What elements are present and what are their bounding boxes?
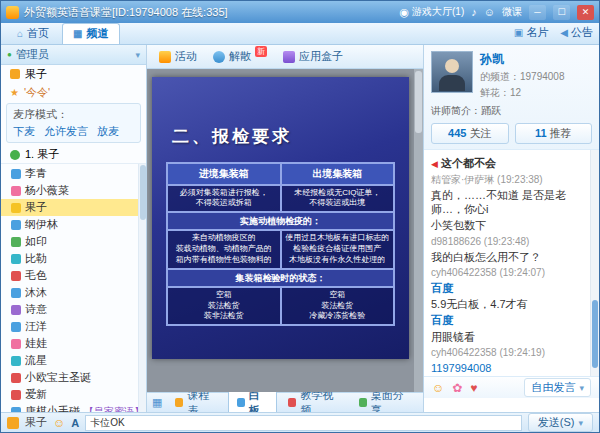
user-avatar-icon bbox=[11, 356, 21, 366]
table-section-cell: 实施动植物检疫的： bbox=[167, 212, 394, 230]
presenter-avatar[interactable] bbox=[431, 51, 473, 93]
chat-message: 用眼镜看 bbox=[431, 330, 586, 344]
user-list-item[interactable]: 毛色 bbox=[1, 267, 138, 284]
activity-button[interactable]: 活动 bbox=[159, 49, 197, 64]
profile-icon[interactable]: ☺ bbox=[484, 7, 495, 18]
chat-username[interactable]: 百度 bbox=[431, 313, 586, 327]
speaker-icon: ◀ bbox=[560, 27, 568, 38]
tab-home[interactable]: ⌂ 首页 bbox=[7, 24, 59, 44]
user-list-item[interactable]: 汪洋 bbox=[1, 318, 138, 335]
minimize-button[interactable]: ─ bbox=[529, 5, 546, 20]
appbox-icon bbox=[283, 51, 295, 63]
main-tabs: ⌂ 首页 ▦ 频道 ▣ 名片 ◀ 公告 bbox=[1, 23, 599, 45]
slide-table: 进境集装箱 出境集装箱 必须对集装箱进行报检， 不得装运或拆箱 未经报检或无CI… bbox=[166, 162, 395, 326]
mic-mode-actions: 下麦 允许发言 放麦 bbox=[13, 124, 134, 139]
user-list-item[interactable]: 纲伊林 bbox=[1, 216, 138, 233]
name-card-button[interactable]: ▣ 名片 bbox=[514, 25, 548, 40]
notice-button[interactable]: ◀ 公告 bbox=[560, 25, 593, 40]
music-icon[interactable]: ♪ bbox=[471, 7, 477, 18]
home-icon: ⌂ bbox=[17, 28, 23, 39]
close-button[interactable]: ✕ bbox=[577, 5, 594, 20]
emoticon-icon[interactable]: ☺ bbox=[432, 382, 444, 394]
admin-section-header[interactable]: ● 管理员 ▾ bbox=[1, 45, 146, 65]
user-list-item[interactable]: 诗意 bbox=[1, 301, 138, 318]
follow-button[interactable]: 445 关注 bbox=[431, 123, 509, 144]
user-list-item[interactable]: 康棋小手碰【皇家蜜语】 bbox=[1, 403, 138, 412]
mini-course-button[interactable]: 微课 bbox=[502, 5, 522, 19]
user-avatar-icon bbox=[11, 288, 21, 298]
emoticon-icon[interactable]: ☺ bbox=[53, 417, 65, 429]
mic-down-button[interactable]: 下麦 bbox=[13, 124, 35, 139]
chat-message: 小笑包数下 bbox=[431, 218, 586, 232]
user-avatar-icon bbox=[11, 373, 21, 383]
send-button[interactable]: 发送(S) ▾ bbox=[528, 413, 593, 432]
user-list-item[interactable]: 如印 bbox=[1, 233, 138, 250]
owner-name: 果子 bbox=[25, 67, 47, 82]
user-list-item[interactable]: 流星 bbox=[1, 352, 138, 369]
table-cell: 空箱 装法检货 冷藏冷冻货检验 bbox=[281, 287, 395, 325]
subchannel-row[interactable]: ★ '今令' bbox=[1, 83, 146, 101]
scrollbar-thumb[interactable] bbox=[140, 165, 146, 220]
admin-header-label: 管理员 bbox=[16, 47, 49, 62]
recommend-button[interactable]: 11 推荐 bbox=[515, 123, 593, 144]
user-list-item[interactable]: 小欧宝主圣诞 bbox=[1, 369, 138, 386]
chat-link[interactable]: 1197994008 bbox=[431, 361, 586, 375]
sidebar-scrollbar[interactable] bbox=[138, 164, 146, 412]
chat-message: 我的白板怎么用不了？ bbox=[431, 250, 586, 264]
user-list-item[interactable]: 爱新 bbox=[1, 386, 138, 403]
font-icon[interactable]: A bbox=[71, 417, 79, 429]
app-logo-icon bbox=[6, 6, 19, 19]
user-avatar-icon bbox=[11, 220, 21, 230]
chat-username[interactable]: 百度 bbox=[431, 281, 586, 295]
subchannel-label: '今令' bbox=[24, 85, 50, 100]
user-list-item[interactable]: 杨小薇菜 bbox=[1, 182, 138, 199]
dismiss-icon bbox=[213, 51, 225, 63]
chat-meta: cyh406422358 (19:24:19) bbox=[431, 346, 586, 359]
window-title: 外贸额英语音课堂[ID:19794008 在线:335] bbox=[24, 5, 228, 20]
table-cell: 未经报检或无CIQ证单， 不得装运或出境 bbox=[281, 185, 395, 213]
user-list-item[interactable]: 李青 bbox=[1, 165, 138, 182]
release-mic-button[interactable]: 放麦 bbox=[97, 124, 119, 139]
appbox-button[interactable]: 应用盒子 bbox=[283, 49, 343, 64]
channel-owner-row[interactable]: 果子 bbox=[1, 65, 146, 83]
chat-scrollbar[interactable] bbox=[590, 150, 599, 376]
user-list-item[interactable]: 比勒 bbox=[1, 250, 138, 267]
tab-channel[interactable]: ▦ 频道 bbox=[62, 23, 119, 44]
user-list-item[interactable]: 娃娃 bbox=[1, 335, 138, 352]
heart-icon[interactable]: ♥ bbox=[470, 382, 477, 394]
name-card-label: 名片 bbox=[526, 25, 548, 40]
speak-mode-button[interactable]: 自由发言 ▾ bbox=[524, 378, 591, 397]
game-hall-button[interactable]: ◉ 游戏大厅(1) bbox=[399, 5, 464, 19]
user-avatar-icon bbox=[11, 339, 21, 349]
chat-meta: d98188626 (19:23:48) bbox=[431, 235, 586, 248]
scrollbar-thumb[interactable] bbox=[415, 71, 422, 133]
user-avatar-icon bbox=[11, 407, 21, 413]
maximize-button[interactable]: ☐ bbox=[553, 5, 570, 20]
flower-icon[interactable]: ✿ bbox=[452, 382, 462, 394]
whiteboard-area[interactable]: 二、报检要求 进境集装箱 出境集装箱 必须对集装箱进行报检， 不得装运或拆箱 未… bbox=[147, 69, 423, 392]
whiteboard-scrollbar[interactable] bbox=[414, 69, 423, 392]
admin-status-icon: ● bbox=[7, 50, 12, 59]
message-input[interactable] bbox=[85, 415, 522, 431]
self-name: 果子 bbox=[25, 415, 47, 430]
mini-course-label: 微课 bbox=[502, 5, 522, 19]
titlebar: 外贸额英语音课堂[ID:19794008 在线:335] ◉ 游戏大厅(1) ♪… bbox=[1, 1, 599, 23]
table-cell: 必须对集装箱进行报检， 不得装运或拆箱 bbox=[167, 185, 281, 213]
game-hall-label: 游戏大厅(1) bbox=[412, 5, 464, 19]
scrollbar-thumb[interactable] bbox=[592, 300, 598, 368]
chat-meta: cyh406422358 (19:24:07) bbox=[431, 266, 586, 279]
mic-queue-item[interactable]: 1. 果子 bbox=[1, 146, 146, 164]
message-bar: 果子 ☺ A 发送(S) ▾ bbox=[1, 412, 599, 432]
user-list-item-selected[interactable]: 果子 bbox=[1, 199, 138, 216]
table-header-cell: 出境集装箱 bbox=[281, 163, 395, 185]
presenter-name[interactable]: 孙凯 bbox=[480, 51, 565, 68]
titlebar-actions: ◉ 游戏大厅(1) ♪ ☺ 微课 ─ ☐ ✕ bbox=[399, 5, 594, 20]
table-cell: 来自动植物疫区的 装载动植物、动植物产品的 箱内带有植物性包装物料的 bbox=[167, 230, 281, 268]
table-header-cell: 进境集装箱 bbox=[167, 163, 281, 185]
chat-toolbar: ☺ ✿ ♥ 自由发言 ▾ bbox=[424, 376, 599, 398]
view-grid-icon[interactable]: ▦ bbox=[152, 396, 162, 409]
allow-speak-button[interactable]: 允许发言 bbox=[44, 124, 88, 139]
chat-input-area[interactable] bbox=[424, 398, 599, 412]
dismiss-button[interactable]: 解散 新 bbox=[213, 49, 267, 64]
user-list-item[interactable]: 沐沐 bbox=[1, 284, 138, 301]
